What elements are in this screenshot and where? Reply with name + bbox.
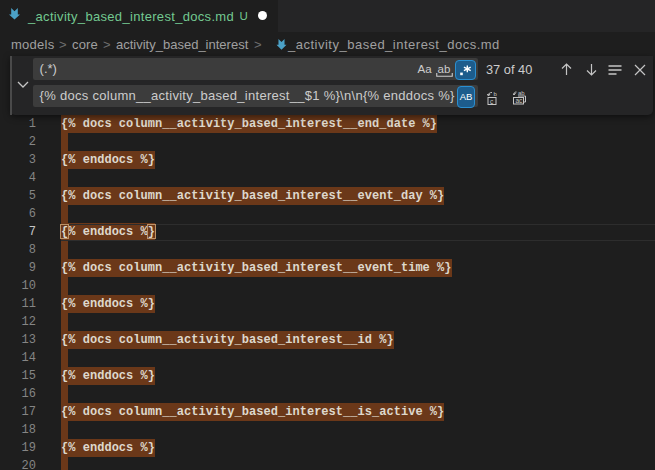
svg-text:c: c xyxy=(490,98,494,105)
svg-text:b: b xyxy=(494,91,498,97)
svg-text:ac: ac xyxy=(516,97,524,104)
svg-text:ab: ab xyxy=(518,90,525,96)
